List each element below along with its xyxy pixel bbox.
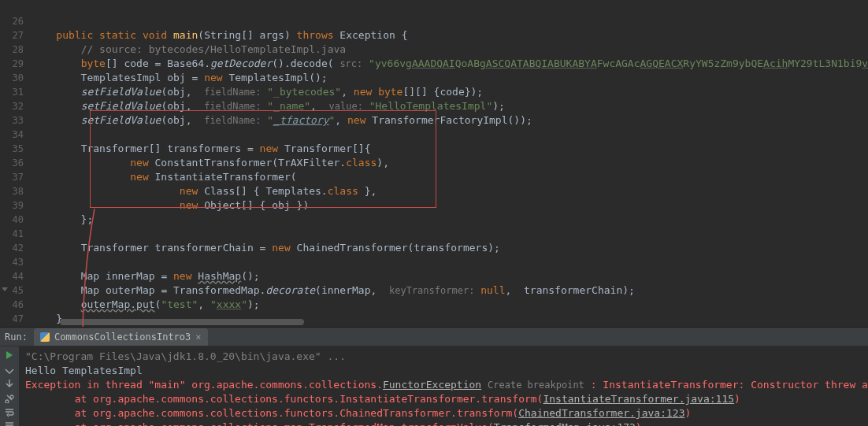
stacktrace-link[interactable]: ChainedTransformer.java:123 (518, 407, 684, 419)
code-editor[interactable]: 2526272829303132333435363738394041424344… (0, 0, 868, 327)
code-line[interactable]: new ConstantTransformer(TrAXFilter.class… (28, 156, 868, 170)
gutter-line-number[interactable]: 31 (0, 85, 24, 99)
code-line[interactable]: new InstantiateTransformer( (28, 170, 868, 184)
stacktrace-link[interactable]: FunctorException (383, 379, 481, 391)
gutter-line-number[interactable]: 37 (0, 170, 24, 184)
stop-button[interactable] (2, 364, 17, 375)
run-config-icon (40, 332, 50, 342)
code-line[interactable] (28, 128, 868, 142)
gutter-line-number[interactable]: 27 (0, 28, 24, 43)
code-line[interactable]: // source: bytecodes/HelloTemplateImpl.j… (28, 43, 868, 57)
console-line: Exception in thread "main" org.apache.co… (25, 378, 862, 392)
rerun-button[interactable] (2, 350, 17, 361)
gutter-line-number[interactable]: 46 (0, 298, 24, 312)
code-line[interactable]: Transformer[] transformers = new Transfo… (28, 142, 868, 156)
code-line[interactable]: Transformer transformerChain = new Chain… (28, 241, 868, 255)
gutter-line-number[interactable]: 35 (0, 142, 24, 156)
create-breakpoint-link[interactable]: Create breakpoint (488, 380, 584, 391)
editor-horizontal-scrollbar[interactable] (60, 319, 375, 325)
gutter-line-number[interactable]: 41 (0, 227, 24, 241)
editor-code-area[interactable]: public static void main(String[] args) t… (28, 0, 868, 327)
gutter-line-number[interactable]: 33 (0, 113, 24, 128)
code-line[interactable]: setFieldValue(obj, fieldName: "_bytecode… (28, 85, 868, 99)
console-line: at org.apache.commons.collections.functo… (25, 406, 862, 420)
run-tool-window: Run: CommonsCollectionsIntro3 × (0, 328, 868, 426)
editor-scroll-thumb[interactable] (60, 319, 304, 325)
gutter-line-number[interactable]: 32 (0, 99, 24, 113)
scroll-to-stack-button[interactable] (2, 420, 17, 426)
code-line[interactable]: Map outerMap = TransformedMap.decorate(i… (28, 283, 868, 298)
gutter-line-number[interactable]: 45 (0, 283, 24, 298)
gutter-line-number[interactable]: 34 (0, 128, 24, 142)
console-line: Hello TemplatesImpl (25, 364, 862, 378)
console-line: at org.apache.commons.collections.functo… (25, 392, 862, 406)
run-tool-window-label: Run: (5, 330, 28, 344)
gutter-line-number[interactable]: 39 (0, 198, 24, 213)
down-button[interactable] (2, 378, 17, 389)
code-line[interactable]: outerMap.put("test", "xxxx"); (28, 298, 868, 312)
run-side-toolbar (0, 346, 19, 426)
editor-gutter[interactable]: 2526272829303132333435363738394041424344… (0, 0, 28, 327)
code-line[interactable]: byte[] code = Base64.getDecoder().decode… (28, 57, 868, 71)
gutter-line-number[interactable]: 30 (0, 71, 24, 85)
gutter-line-number[interactable]: 38 (0, 184, 24, 198)
gutter-line-number[interactable]: 29 (0, 57, 24, 71)
run-tool-window-header: Run: CommonsCollectionsIntro3 × (0, 328, 868, 346)
code-line[interactable]: Map innerMap = new HashMap(); (28, 269, 868, 283)
code-line[interactable]: setFieldValue(obj, fieldName: "_tfactory… (28, 113, 868, 128)
code-line[interactable] (28, 227, 868, 241)
code-line[interactable]: new Object[] { obj }) (28, 198, 868, 213)
gutter-line-number[interactable]: 47 (0, 312, 24, 326)
gutter-line-number[interactable]: 42 (0, 241, 24, 255)
settings-button[interactable] (2, 392, 17, 403)
gutter-line-number[interactable]: 36 (0, 156, 24, 170)
run-config-tab[interactable]: CommonsCollectionsIntro3 × (34, 328, 208, 346)
code-line[interactable]: TemplatesImpl obj = new TemplatesImpl(); (28, 71, 868, 85)
code-line[interactable]: new Class[] { Templates.class }, (28, 184, 868, 198)
stacktrace-link[interactable]: TransformedMap.java:173 (494, 421, 636, 426)
console-line: "C:\Program Files\Java\jdk1.8.0_20\bin\j… (25, 350, 862, 364)
code-line[interactable]: setFieldValue(obj, fieldName: "_name", v… (28, 99, 868, 113)
soft-wrap-button[interactable] (2, 406, 17, 417)
gutter-line-number[interactable]: 44 (0, 269, 24, 283)
gutter-line-number[interactable]: 40 (0, 213, 24, 227)
code-line[interactable] (28, 255, 868, 269)
console-output[interactable]: "C:\Program Files\Java\jdk1.8.0_20\bin\j… (19, 346, 868, 426)
code-line[interactable]: public static void main(String[] args) t… (28, 28, 868, 43)
gutter-line-number[interactable]: 28 (0, 43, 24, 57)
stacktrace-link[interactable]: InstantiateTransformer.java:115 (543, 393, 734, 405)
code-line[interactable]: }; (28, 213, 868, 227)
console-line: at org.apache.commons.collections.map.Tr… (25, 420, 862, 426)
gutter-line-number[interactable]: 43 (0, 255, 24, 269)
run-config-title: CommonsCollectionsIntro3 (54, 330, 191, 344)
gutter-line-number[interactable]: 26 (0, 14, 24, 28)
close-tab-icon[interactable]: × (195, 330, 201, 344)
